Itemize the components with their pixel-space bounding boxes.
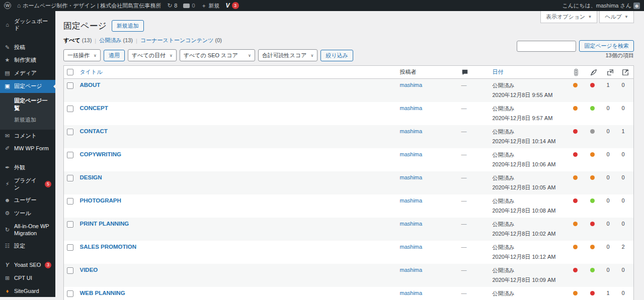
plus-icon: ＋ [201,2,207,10]
row-checkbox[interactable] [67,267,73,274]
my-account-link[interactable]: こんにちは、mashima さん ☻ [562,2,640,10]
bulk-action-select[interactable]: 一括操作 ∨ [63,49,101,61]
column-date[interactable]: 日付 [490,66,570,79]
row-checkbox[interactable] [67,129,73,135]
comments-value: — [461,174,467,180]
site-name-link[interactable]: ⌂ ホームページ制作・デザイン | 株式会社間島宣伝事務所 [17,2,161,10]
publish-date: 2020年12月8日 10:05 AM [493,184,567,191]
updates-link[interactable]: ↻ 8 [167,2,177,9]
yoast-seo-icon: Y [4,262,11,269]
sidebar-item-users[interactable]: ☻ ユーザー [0,194,55,207]
admin-bar: W ⌂ ホームページ制作・デザイン | 株式会社間島宣伝事務所 ↻ 8 0 ＋ … [0,0,644,11]
sidebar-item-tools[interactable]: ⚙ ツール [0,207,55,220]
outgoing-links-count: 0 [622,174,625,180]
publish-status: 公開済み [493,267,567,274]
publish-status: 公開済み [493,221,567,228]
date-filter-value: すべての日付 [132,52,166,59]
sidebar-item-mw-wp-form[interactable]: ✐ MW WP Form [0,142,55,155]
readability-filter-select[interactable]: 合計可読性スコア ∨ [258,49,318,61]
sidebar-item-label: 制作実績 [14,57,51,64]
sidebar-item-siteguard[interactable]: ♦ SiteGuard [0,285,55,298]
outgoing-links-count: 1 [622,128,625,134]
incoming-links-count: 0 [607,221,610,227]
sidebar-item-yoast-seo[interactable]: Y Yoast SEO 3 [0,259,55,272]
seo-score-filter-select[interactable]: すべての SEO スコア ∨ [180,49,255,61]
chevron-down-icon: ∨ [94,53,97,58]
sidebar-item-all-in-one-wp-migration[interactable]: ↻ All-in-One WP Migration [0,220,55,240]
readability-filter-value: 合計可読性スコア [262,52,307,59]
readability-score-dot [590,129,595,134]
help-button[interactable]: ヘルプ ▼ [599,11,634,23]
row-checkbox[interactable] [67,221,73,228]
sidebar-item-appearance[interactable]: ✒ 外観 [0,161,55,174]
view-link[interactable]: すべて(13) [63,37,92,44]
new-label: 新規 [209,2,220,10]
sidebar-item-comments[interactable]: ✉ コメント [0,130,55,143]
view-link[interactable]: 公開済み(13) [99,37,133,44]
seo-score-dot [573,83,578,87]
sidebar-item-settings[interactable]: ☷ 設定 [0,240,55,253]
screen-options-button[interactable]: 表示オプション ▼ [540,11,597,23]
seo-score-dot [573,175,578,180]
author-link[interactable]: mashima [400,267,423,273]
author-link[interactable]: mashima [400,105,423,111]
readability-score-dot [590,198,595,203]
help-label: ヘルプ [605,13,622,21]
row-checkbox[interactable] [67,198,73,205]
submenu-item[interactable]: 固定ページ一覧 [0,95,55,114]
row-checkbox[interactable] [67,152,73,158]
new-content-link[interactable]: ＋ 新規 [201,2,220,10]
author-link[interactable]: mashima [400,174,423,180]
page-title-link[interactable]: CONCEPT [80,105,108,111]
page-title-link[interactable]: VIDEO [80,267,98,273]
row-checkbox[interactable] [67,244,73,251]
chevron-down-icon: ∨ [170,53,173,58]
row-checkbox[interactable] [67,175,73,181]
row-checkbox[interactable] [67,82,73,89]
date-filter-select[interactable]: すべての日付 ∨ [128,49,177,61]
page-title-link[interactable]: DESIGN [80,174,102,180]
page-title-link[interactable]: PHOTOGRAPH [80,197,121,204]
seo-score-dot [573,268,578,272]
column-incoming-links [604,66,619,79]
view-link[interactable]: コーナーストーンコンテンツ(0) [140,37,222,44]
wp-logo-menu[interactable]: W [4,2,11,9]
author-link[interactable]: mashima [400,128,423,134]
sidebar-item-posts[interactable]: ✎ 投稿 [0,41,55,54]
author-link[interactable]: mashima [400,151,423,157]
page-title-link[interactable]: WEB PLANNING [80,290,125,296]
page-title-link[interactable]: SALES PROMOTION [80,244,136,250]
view-count: (13) [82,37,92,43]
author-link[interactable]: mashima [400,221,423,227]
sidebar-item-media[interactable]: ▤ メディア [0,67,55,80]
author-link[interactable]: mashima [400,82,423,88]
submenu-item[interactable]: 新規追加 [0,114,55,126]
page-title-link[interactable]: PRINT PLANNING [80,221,129,227]
author-link[interactable]: mashima [400,244,423,250]
select-all-checkbox[interactable] [67,69,73,75]
yoast-admin-bar-menu[interactable]: V 3 [226,2,239,9]
sidebar-item-label: CPT UI [14,275,51,282]
sidebar-item-works[interactable]: ★ 制作実績 [0,54,55,67]
filter-button[interactable]: 絞り込み [320,50,353,61]
sidebar-item-plugins[interactable]: ⚡ プラグイン 5 [0,174,55,194]
settings-icon: ☷ [4,243,11,250]
author-link[interactable]: mashima [400,197,423,204]
seo-score-column-icon [573,69,579,76]
seo-score-dot [573,198,578,203]
seo-score-dot [573,245,578,249]
author-link[interactable]: mashima [400,290,423,296]
comments-link[interactable]: 0 [183,3,195,9]
apply-button[interactable]: 適用 [104,50,125,61]
sidebar-item-pages[interactable]: ▣ 固定ページ [0,80,55,93]
column-title[interactable]: タイトル [77,66,397,79]
page-title-link[interactable]: ABOUT [80,82,101,88]
publish-status: 公開済み [493,290,567,297]
page-title-link[interactable]: CONTACT [80,128,108,134]
page-title-link[interactable]: COPYWRITING [80,151,121,157]
row-checkbox[interactable] [67,290,73,297]
sidebar-item-dashboard[interactable]: ⌂ ダッシュボード [0,15,55,35]
add-new-page-button[interactable]: 新規追加 [112,20,144,32]
sidebar-item-cpt-ui[interactable]: ⊞ CPT UI [0,272,55,285]
row-checkbox[interactable] [67,106,73,112]
